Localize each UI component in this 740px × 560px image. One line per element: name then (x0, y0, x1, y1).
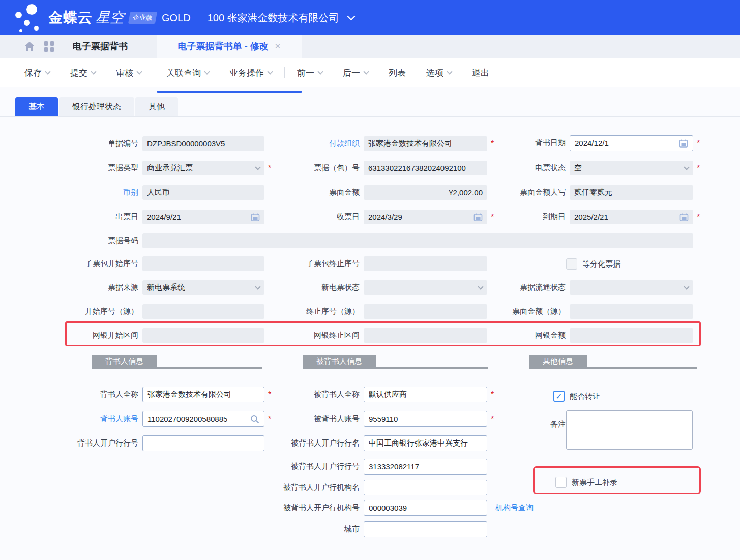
ebank-end-input[interactable] (364, 328, 487, 343)
app-header: 金蝶云 星空 企业版 GOLD 100 张家港金数技术有限公司 (0, 0, 740, 35)
sub-start-input[interactable] (142, 256, 264, 271)
submit-button[interactable]: 提交 (70, 67, 96, 79)
amount-src-input[interactable] (570, 304, 693, 319)
next-chevron-down-icon[interactable] (363, 69, 369, 74)
endorsee-bank-no-input[interactable]: 313332082117 (364, 459, 487, 475)
calendar-icon[interactable] (473, 213, 483, 222)
docno-input[interactable]: DZPJBSD00000003V5 (142, 136, 264, 151)
ebank-amount-label: 网银金额 (492, 331, 566, 340)
audit-button[interactable]: 审核 (116, 67, 141, 79)
ebank-start-input[interactable] (142, 328, 264, 343)
field-start-seq-src: 开始序号（源） (66, 304, 264, 319)
city-input[interactable] (364, 521, 487, 537)
issue-date-input[interactable]: 2024/9/21 (142, 210, 264, 224)
org-no-query-link[interactable]: 机构号查询 (495, 503, 534, 513)
bill-source-select[interactable]: 新电票系统 (142, 280, 264, 295)
manual-entry-checkbox[interactable] (555, 477, 567, 488)
bill-pkg-no-input[interactable]: 63133022167382024092100 (364, 161, 487, 175)
circulation-status-select[interactable] (570, 280, 693, 295)
chevron-down-icon[interactable] (684, 284, 689, 289)
endorsee-bank-name-input[interactable]: 中国工商银行张家港中兴支行 (364, 435, 487, 451)
endorse-date-input[interactable]: 2024/12/1 (570, 135, 693, 151)
related-chevron-down-icon[interactable] (204, 69, 210, 74)
field-sub-start: 子票包开始序号 (66, 256, 264, 271)
tab-endorse-edit[interactable]: 电子票据背书单 - 修改 ✕ (157, 35, 302, 58)
docno-label: 单据编号 (66, 139, 138, 149)
edition-badge: 企业版 (128, 12, 157, 24)
calendar-icon[interactable] (251, 213, 260, 222)
chevron-down-icon[interactable] (478, 284, 483, 289)
ebill-status-select[interactable]: 空 (570, 161, 693, 175)
home-icon[interactable] (23, 40, 36, 52)
manual-entry-label: 新票手工补录 (572, 478, 617, 487)
endorser-name-input[interactable]: 张家港金数技术有限公司 (142, 387, 264, 402)
related-query-button[interactable]: 关联查询 (166, 67, 209, 79)
environment-org-selector[interactable]: GOLD 100 张家港金数技术有限公司 (162, 11, 354, 25)
field-endorser-account: 背书人账号 1102027009200580885 * (66, 411, 271, 427)
endorsee-account-input[interactable]: 9559110 (364, 411, 487, 427)
options-chevron-down-icon[interactable] (447, 69, 452, 74)
start-seq-src-input[interactable] (142, 304, 264, 319)
next-button[interactable]: 后一 (343, 67, 368, 79)
chevron-down-icon[interactable] (255, 164, 260, 170)
bill-number-input[interactable] (142, 233, 693, 248)
bill-number-label: 票据号码 (66, 236, 138, 246)
previous-button[interactable]: 前一 (297, 67, 322, 79)
currency-label[interactable]: 币别 (66, 188, 138, 197)
org-chevron-down-icon[interactable] (347, 13, 355, 21)
field-amount-src: 票面金额（源） (492, 304, 693, 319)
amount-cn-input[interactable]: 贰仟零贰元 (570, 185, 693, 200)
tab-basic[interactable]: 基本 (15, 97, 58, 116)
tab-endorse-list[interactable]: 电子票据背书 (73, 35, 128, 58)
list-button[interactable]: 列表 (389, 67, 406, 79)
sub-end-input[interactable] (364, 256, 487, 271)
end-seq-src-input[interactable] (364, 304, 487, 319)
bill-type-select[interactable]: 商业承兑汇票 (142, 161, 264, 175)
prev-chevron-down-icon[interactable] (317, 69, 323, 74)
options-button[interactable]: 选项 (426, 67, 452, 79)
endorsee-org-no-input[interactable]: 000003039 (364, 500, 487, 516)
endorser-account-label[interactable]: 背书人账号 (66, 414, 138, 424)
field-manual-entry: 新票手工补录 (555, 477, 617, 488)
field-receive-date: 收票日 2024/3/29 * (270, 210, 494, 224)
receive-date-input[interactable]: 2024/3/29 (364, 210, 487, 224)
exit-button[interactable]: 退出 (472, 67, 489, 79)
payorg-input[interactable]: 张家港金数技术有限公司 (364, 136, 487, 151)
ebank-amount-input[interactable] (570, 328, 693, 343)
endorser-bank-no-input[interactable] (142, 435, 264, 451)
equal-split-checkbox[interactable] (566, 258, 577, 270)
due-date-input[interactable]: 2025/2/21 (570, 210, 693, 224)
save-chevron-down-icon[interactable] (45, 69, 50, 74)
tab-other[interactable]: 其他 (135, 97, 178, 116)
chevron-down-icon[interactable] (684, 164, 689, 170)
remark-textarea[interactable] (566, 410, 693, 450)
save-button[interactable]: 保存 (24, 67, 50, 79)
chevron-down-icon[interactable] (255, 284, 260, 289)
tab-close-icon[interactable]: ✕ (275, 42, 281, 51)
endorsee-org-name-label: 被背书人开户行机构名 (270, 483, 360, 492)
section-endorsee-badge: 被背书人信息 (303, 355, 376, 367)
calendar-icon[interactable] (679, 213, 689, 222)
audit-chevron-down-icon[interactable] (136, 69, 142, 74)
new-ebill-status-select[interactable] (364, 280, 487, 295)
apps-grid-icon[interactable] (44, 41, 55, 52)
env-divider (199, 13, 199, 24)
endorsee-org-name-input[interactable] (364, 480, 487, 495)
business-ops-button[interactable]: 业务操作 (229, 67, 272, 79)
calendar-icon[interactable] (679, 139, 688, 148)
transferable-checkbox[interactable]: ✓ (553, 391, 565, 402)
amount-label: 票面金额 (270, 188, 360, 197)
payorg-label[interactable]: 付款组织 (270, 139, 360, 149)
endorser-account-input[interactable]: 1102027009200580885 (142, 411, 264, 427)
currency-input[interactable]: 人民币 (142, 185, 264, 200)
search-icon[interactable] (250, 415, 259, 424)
bizops-chevron-down-icon[interactable] (267, 69, 273, 74)
endorsee-name-input[interactable]: 默认供应商 (364, 387, 487, 402)
amount-input[interactable]: ¥2,002.00 (364, 185, 487, 200)
tab-bank-status[interactable]: 银行处理状态 (59, 97, 134, 116)
sub-end-label: 子票包终止序号 (270, 259, 360, 269)
field-payorg: 付款组织 张家港金数技术有限公司 * (270, 136, 494, 151)
section-other-info-badge: 其他信息 (529, 355, 587, 367)
submit-chevron-down-icon[interactable] (91, 69, 96, 74)
field-endorsee-org-no: 被背书人开户行机构号 000003039 机构号查询 (270, 500, 534, 516)
